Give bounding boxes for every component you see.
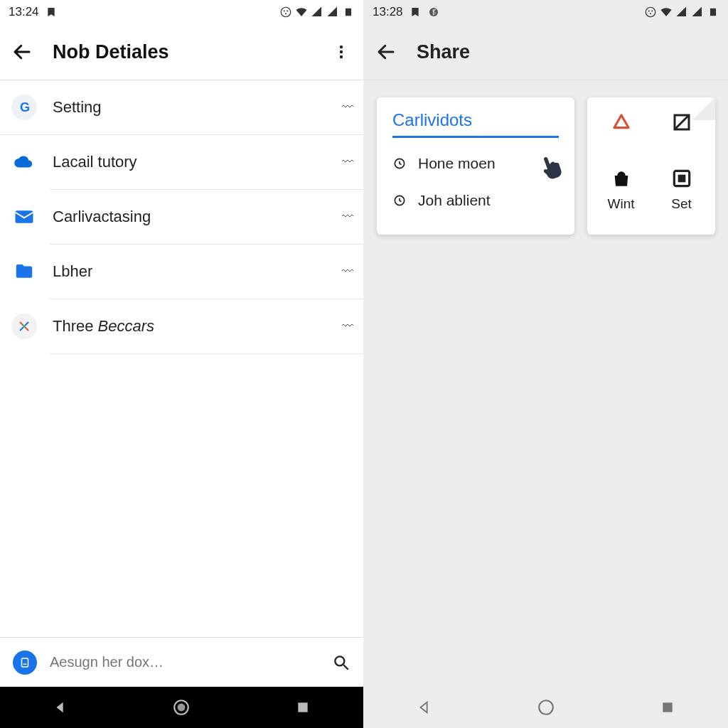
clock-icon: [392, 156, 407, 171]
grid-cell-triangle[interactable]: [597, 109, 645, 155]
square-icon: [668, 165, 695, 192]
chevron-icon: 〰: [342, 320, 352, 333]
search-button[interactable]: [332, 653, 350, 672]
bookmark-icon: [409, 6, 422, 18]
page-title: Share: [417, 41, 470, 63]
app-bar: Nob Detiales: [0, 24, 363, 80]
wifi-icon: [295, 6, 308, 18]
grid-cell-set[interactable]: Set: [658, 165, 705, 227]
grid-cell-wint[interactable]: Wint: [597, 165, 645, 227]
chevron-icon: 〰: [342, 265, 352, 278]
nav-recent[interactable]: [292, 697, 314, 718]
svg-point-22: [650, 13, 651, 14]
svg-point-0: [281, 7, 291, 17]
list-item-label: Carlivactasing: [53, 208, 326, 226]
battery-icon: [707, 6, 719, 18]
list-item-label: Lbher: [53, 262, 326, 281]
crossbox-icon: [668, 109, 695, 136]
svg-rect-17: [298, 702, 307, 712]
back-button[interactable]: [10, 40, 34, 64]
svg-rect-31: [663, 702, 672, 712]
svg-line-27: [675, 115, 689, 129]
status-bar: 13:24: [0, 0, 363, 24]
svg-point-16: [178, 704, 186, 712]
svg-point-3: [285, 13, 287, 14]
status-bar: 13:28: [364, 0, 728, 24]
status-time: 13:24: [9, 5, 39, 19]
svg-rect-4: [346, 9, 351, 16]
signal-icon: [311, 6, 323, 18]
search-input[interactable]: [50, 654, 319, 670]
cloud-icon: [11, 149, 37, 175]
svg-point-30: [539, 700, 553, 714]
face-icon: [279, 6, 292, 18]
card-row-joh[interactable]: Joh ablient: [392, 182, 559, 219]
list-item-label: Three Beccars: [53, 317, 326, 336]
bag-icon: [608, 165, 635, 192]
nav-bar: [0, 687, 363, 728]
svg-point-2: [287, 11, 288, 12]
search-icon: [332, 653, 350, 672]
list-item-setting[interactable]: G Setting 〰: [0, 80, 363, 134]
back-button[interactable]: [374, 40, 398, 64]
svg-point-21: [651, 11, 653, 12]
more-vert-icon: [333, 43, 350, 60]
app-bar: Share: [364, 24, 728, 80]
tools-icon: [11, 314, 37, 339]
more-button[interactable]: [329, 40, 353, 64]
bookmark-icon: [45, 6, 58, 18]
svg-rect-29: [678, 174, 685, 182]
folder-icon: [11, 259, 37, 284]
chevron-icon: 〰: [342, 210, 352, 223]
g-icon: G: [11, 95, 37, 120]
list-item-lacail[interactable]: Lacail tutory 〰: [0, 135, 363, 189]
grid-label: Wint: [608, 196, 635, 212]
card-share-grid: Wint Set: [587, 97, 715, 235]
screen-left: 13:24 Nob Detiales: [0, 0, 364, 728]
svg-text:G: G: [20, 100, 30, 114]
search-bar: [0, 637, 363, 687]
chevron-icon: 〰: [342, 156, 352, 168]
nav-recent[interactable]: [657, 697, 678, 718]
svg-point-20: [648, 11, 650, 12]
list-item-carliv[interactable]: Carlivactasing 〰: [0, 190, 363, 244]
card-row-label: Hone moen: [418, 155, 496, 172]
card-row-label: Joh ablient: [418, 192, 491, 209]
signal2-icon: [691, 6, 704, 18]
svg-point-1: [284, 11, 285, 12]
nav-bar: [364, 687, 728, 728]
clock-icon: [392, 193, 407, 208]
nav-home[interactable]: [535, 697, 557, 718]
svg-point-18: [429, 8, 438, 16]
svg-rect-23: [710, 9, 716, 16]
nav-home[interactable]: [171, 697, 192, 718]
triangle-icon: [608, 109, 635, 136]
mail-icon: [11, 204, 37, 230]
app-circle-icon[interactable]: [13, 651, 37, 675]
list-item-three[interactable]: Three Beccars 〰: [0, 299, 363, 353]
page-title: Nob Detiales: [53, 41, 169, 63]
svg-point-19: [646, 7, 655, 17]
svg-point-10: [23, 325, 26, 328]
svg-point-7: [340, 55, 343, 58]
arrow-left-icon: [11, 41, 33, 63]
battery-icon: [342, 6, 355, 18]
svg-rect-11: [22, 658, 28, 667]
face-icon: [644, 6, 657, 18]
list-item-label: Lacail tutory: [53, 153, 326, 171]
list-item-lbher[interactable]: Lbher 〰: [0, 245, 363, 299]
wifi-icon: [660, 6, 673, 18]
cards-row: Carlividots Hone moen Joh ablient: [364, 80, 728, 252]
signal2-icon: [326, 6, 339, 18]
nav-back[interactable]: [414, 697, 435, 718]
list-item-label: Setting: [53, 98, 326, 117]
settings-list: G Setting 〰 Lacail tutory 〰 Carlivactasi…: [0, 80, 363, 637]
card-title: Carlividots: [392, 110, 559, 138]
nav-back[interactable]: [50, 697, 71, 718]
card-recent: Carlividots Hone moen Joh ablient: [377, 97, 574, 235]
svg-line-14: [343, 665, 348, 670]
bluetooth-icon: [427, 6, 440, 18]
svg-point-6: [340, 50, 343, 53]
arrow-left-icon: [375, 41, 397, 63]
grid-cell-crossbox[interactable]: [658, 109, 705, 155]
